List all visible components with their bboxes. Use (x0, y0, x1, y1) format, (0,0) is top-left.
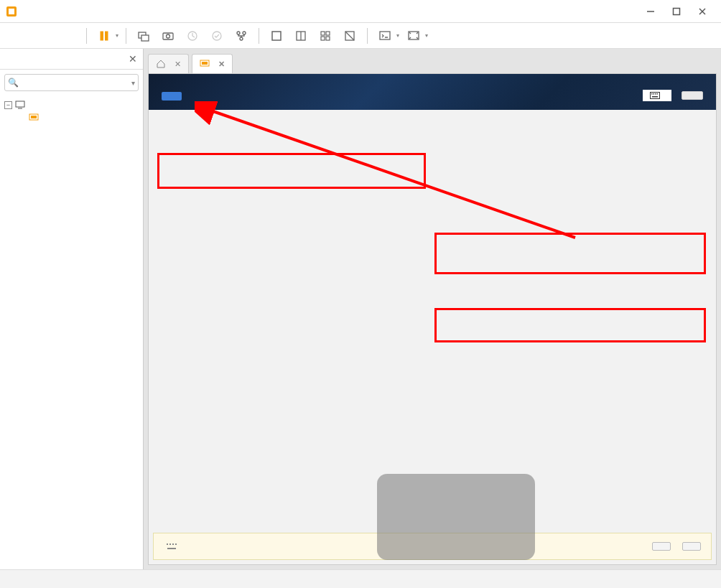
sidebar-search[interactable]: 🔍 ▾ (4, 74, 139, 91)
sidebar: ✕ 🔍 ▾ − (0, 49, 144, 569)
tree-root[interactable]: − (4, 98, 139, 111)
done-button[interactable] (162, 92, 182, 101)
svg-rect-28 (16, 101, 24, 107)
maximize-button[interactable] (664, 1, 689, 22)
search-input[interactable] (19, 76, 131, 89)
svg-rect-37 (655, 93, 656, 95)
menu-view[interactable] (32, 33, 40, 39)
svg-rect-34 (651, 93, 660, 99)
keyboard-icon (650, 92, 660, 99)
fullscreen-button[interactable] (404, 26, 424, 46)
svg-rect-9 (141, 35, 149, 41)
installer-header (149, 74, 716, 110)
tab-close-button[interactable]: ✕ (218, 60, 225, 69)
dropdown-icon[interactable]: ▾ (131, 79, 135, 87)
installer-help-button[interactable] (682, 91, 703, 100)
svg-rect-22 (321, 37, 325, 40)
svg-rect-38 (657, 93, 659, 95)
svg-point-14 (237, 32, 240, 34)
svg-rect-6 (101, 32, 103, 40)
vmware-icon (6, 6, 17, 17)
svg-line-25 (345, 32, 354, 40)
tab-vm[interactable]: ✕ (192, 54, 233, 73)
svg-rect-3 (674, 8, 680, 14)
dropdown-icon[interactable]: ▾ (396, 32, 399, 39)
install-done-button[interactable] (652, 542, 671, 551)
minimize-button[interactable] (638, 1, 664, 22)
titlebar (0, 0, 721, 23)
snapshot-manager-button[interactable] (231, 26, 251, 46)
svg-rect-42 (164, 541, 179, 551)
svg-rect-46 (175, 543, 177, 545)
vm-tree: − (0, 95, 143, 127)
separator (259, 28, 259, 44)
console-button[interactable] (375, 26, 395, 46)
snapshot-button[interactable] (158, 26, 178, 46)
svg-rect-44 (169, 543, 171, 545)
menu-file[interactable] (6, 33, 14, 39)
svg-rect-39 (652, 96, 658, 98)
svg-rect-43 (167, 543, 168, 545)
tab-close-button[interactable]: ✕ (175, 60, 181, 69)
tree-toggle[interactable]: − (4, 101, 12, 109)
search-icon: 🔍 (8, 78, 19, 88)
sidebar-close-button[interactable]: ✕ (129, 53, 137, 65)
svg-rect-26 (380, 32, 390, 39)
toolbar: ▾ ▾ ▾ (94, 26, 428, 46)
svg-point-15 (243, 32, 246, 34)
svg-rect-47 (167, 548, 176, 549)
separator (367, 28, 368, 44)
view-single-button[interactable] (266, 26, 287, 46)
workspace: ✕ 🔍 ▾ − ✕ (0, 49, 721, 569)
svg-point-16 (240, 37, 243, 40)
hint-help-button[interactable] (682, 542, 701, 551)
tab-home[interactable]: ✕ (148, 54, 189, 73)
keyboard-indicator[interactable] (643, 90, 671, 101)
tab-bar: ✕ ✕ (144, 49, 721, 73)
view-tiled-button[interactable] (291, 26, 311, 46)
statusbar (0, 569, 721, 588)
svg-rect-7 (106, 32, 108, 40)
svg-rect-35 (651, 93, 653, 95)
menu-help[interactable] (70, 33, 79, 39)
svg-rect-17 (272, 32, 281, 40)
pause-button[interactable] (94, 26, 114, 46)
close-button[interactable] (689, 1, 715, 22)
manage-snapshot-button[interactable] (207, 26, 227, 46)
menu-edit[interactable] (19, 33, 27, 39)
view-thumbnail-button[interactable] (315, 26, 335, 46)
keyboard-icon (164, 541, 180, 552)
svg-rect-10 (163, 33, 173, 39)
home-icon (156, 59, 166, 69)
vm-icon (200, 59, 210, 69)
menu-vm[interactable] (45, 33, 53, 39)
svg-rect-36 (653, 93, 655, 95)
computer-icon (15, 100, 25, 110)
svg-point-13 (213, 32, 221, 40)
menubar: ▾ ▾ ▾ (0, 23, 721, 49)
vm-icon (29, 113, 39, 123)
dropdown-icon[interactable]: ▾ (116, 32, 118, 39)
svg-rect-33 (202, 62, 208, 65)
revert-snapshot-button[interactable] (182, 26, 203, 46)
svg-rect-21 (326, 32, 330, 35)
svg-rect-20 (321, 32, 325, 35)
unity-button[interactable] (340, 26, 360, 46)
svg-rect-45 (172, 543, 174, 545)
send-ctrl-alt-del-button[interactable] (134, 26, 154, 46)
menu-tabs[interactable] (57, 33, 66, 39)
svg-point-11 (167, 34, 170, 38)
svg-rect-31 (31, 116, 37, 118)
svg-rect-1 (9, 9, 14, 14)
tree-vm-item[interactable] (4, 111, 139, 124)
separator (86, 28, 87, 44)
separator (126, 28, 126, 44)
svg-rect-23 (326, 37, 330, 40)
num-indicator-overlay (377, 474, 535, 560)
dropdown-icon[interactable]: ▾ (425, 32, 428, 39)
